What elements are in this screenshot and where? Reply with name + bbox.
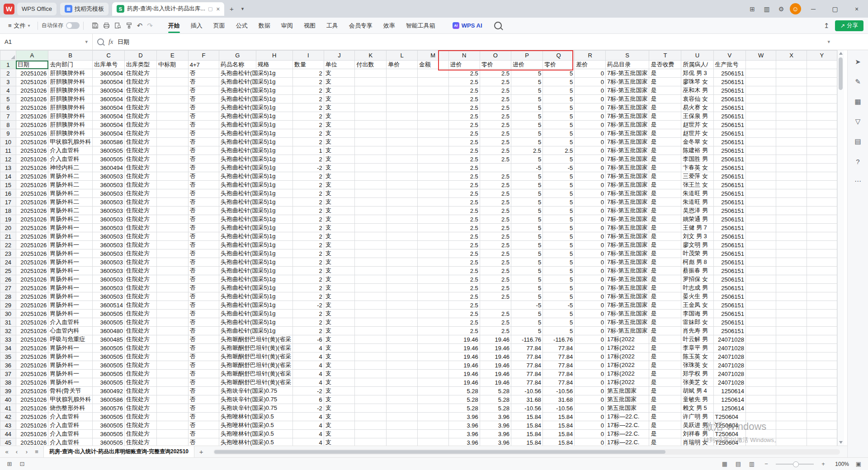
cell[interactable]: 3600505: [93, 310, 125, 318]
ribbon-tab[interactable]: 工具: [321, 18, 344, 34]
row-header[interactable]: 39: [0, 387, 16, 395]
cell[interactable]: [807, 318, 837, 327]
cell[interactable]: 否: [188, 370, 219, 378]
cell[interactable]: [745, 241, 776, 249]
cell[interactable]: [776, 421, 807, 430]
page-layout-view-icon[interactable]: ▤: [733, 459, 743, 469]
cell[interactable]: [355, 267, 387, 275]
cell[interactable]: [355, 86, 387, 95]
cell[interactable]: 2.5: [448, 78, 480, 86]
cell[interactable]: 住院处方: [125, 207, 157, 215]
cell[interactable]: 是: [649, 335, 681, 344]
cell[interactable]: -10.56: [511, 387, 542, 395]
cell[interactable]: 支: [324, 181, 355, 189]
cell[interactable]: 17标(2022: [605, 352, 649, 361]
cell[interactable]: [417, 292, 448, 301]
cell[interactable]: [776, 327, 807, 335]
cell[interactable]: 零价: [480, 61, 511, 69]
cell[interactable]: [387, 249, 418, 258]
row-header[interactable]: 31: [0, 318, 16, 327]
column-header-H[interactable]: H: [256, 51, 293, 61]
cell[interactable]: [807, 258, 837, 267]
cell[interactable]: 24071028: [713, 352, 745, 361]
row-header[interactable]: 5: [0, 95, 16, 103]
cell[interactable]: 20251026: [16, 232, 48, 241]
cell[interactable]: 5: [511, 121, 542, 129]
cell[interactable]: [387, 421, 418, 430]
cell[interactable]: 胃肠外科一: [48, 249, 93, 258]
cell[interactable]: 2: [293, 69, 324, 78]
cell[interactable]: 20251026: [16, 172, 48, 181]
cell[interactable]: [417, 413, 448, 421]
cell[interactable]: [417, 69, 448, 78]
cell[interactable]: 胃肠外科一: [48, 232, 93, 241]
cell[interactable]: 0: [575, 267, 606, 275]
cell[interactable]: 头孢曲松针(国采5)1g: [219, 198, 293, 207]
cell[interactable]: 差价: [575, 61, 606, 69]
cell[interactable]: 否: [188, 249, 219, 258]
cell[interactable]: 支: [324, 404, 355, 413]
cell[interactable]: 20251026: [16, 95, 48, 103]
cell[interactable]: 是: [649, 258, 681, 267]
cell[interactable]: 20251026: [16, 327, 48, 335]
cell[interactable]: 3600503: [93, 215, 125, 224]
cell[interactable]: 2.5: [480, 78, 511, 86]
row-header[interactable]: 26: [0, 275, 16, 284]
cell[interactable]: 2.5: [448, 69, 480, 78]
cell[interactable]: 0: [575, 352, 606, 361]
row-header[interactable]: 25: [0, 267, 16, 275]
row-header[interactable]: 30: [0, 310, 16, 318]
first-sheet-icon[interactable]: «: [2, 447, 12, 457]
cell[interactable]: 20251026: [16, 198, 48, 207]
cell[interactable]: [417, 78, 448, 86]
cell[interactable]: 2.5: [448, 232, 480, 241]
cell[interactable]: 住院处方: [125, 112, 157, 121]
cell[interactable]: 晏火生 男: [681, 292, 713, 301]
zoom-slider-knob[interactable]: [793, 461, 799, 467]
cell[interactable]: 2506151: [713, 318, 745, 327]
cell[interactable]: 2.5: [480, 310, 511, 318]
cell[interactable]: 2: [293, 258, 324, 267]
cell[interactable]: [156, 335, 188, 344]
cell[interactable]: 5: [511, 224, 542, 232]
cell[interactable]: [387, 335, 418, 344]
cell[interactable]: 2506151: [713, 215, 745, 224]
cell[interactable]: 1: [293, 146, 324, 155]
cell[interactable]: 7标-第五批国家: [605, 224, 649, 232]
cell[interactable]: 三爱萍 女: [681, 172, 713, 181]
cell[interactable]: 24071028: [713, 335, 745, 344]
cell[interactable]: 3600505: [93, 378, 125, 387]
select-all-corner[interactable]: [0, 51, 16, 61]
cell[interactable]: 支: [324, 121, 355, 129]
cell[interactable]: 20251026: [16, 352, 48, 361]
cell[interactable]: 15.84: [511, 421, 542, 430]
cell[interactable]: 3600503: [93, 275, 125, 284]
cell[interactable]: 头孢曲松针(国采5)1g: [219, 310, 293, 318]
cell[interactable]: 2.5: [448, 95, 480, 103]
cell[interactable]: 住院处方: [125, 344, 157, 352]
cell[interactable]: 3600505: [93, 146, 125, 155]
cell[interactable]: 5: [543, 275, 575, 284]
cell[interactable]: [745, 61, 776, 69]
cell[interactable]: 20251026: [16, 395, 48, 404]
cell[interactable]: 2506151: [713, 284, 745, 292]
cell[interactable]: [776, 361, 807, 370]
cell[interactable]: 20251026: [16, 413, 48, 421]
row-header[interactable]: 27: [0, 284, 16, 292]
cell[interactable]: 肝胆胰脾外科: [48, 112, 93, 121]
cell[interactable]: [776, 224, 807, 232]
cell[interactable]: [745, 146, 776, 155]
cell[interactable]: [156, 112, 188, 121]
cell[interactable]: [387, 121, 418, 129]
cell[interactable]: 3600503: [93, 292, 125, 301]
cell[interactable]: 2.5: [448, 284, 480, 292]
cell[interactable]: 0: [575, 95, 606, 103]
cell[interactable]: [387, 172, 418, 181]
cell[interactable]: 头孢曲松针(国采5)1g: [219, 258, 293, 267]
cell[interactable]: 住院处方: [125, 387, 157, 395]
cell[interactable]: 2: [293, 112, 324, 121]
redo-icon[interactable]: ↷: [147, 22, 153, 30]
cell[interactable]: 7标-第五批国家: [605, 292, 649, 301]
cell[interactable]: 3600503: [93, 284, 125, 292]
formula-content[interactable]: 日期: [118, 38, 129, 46]
